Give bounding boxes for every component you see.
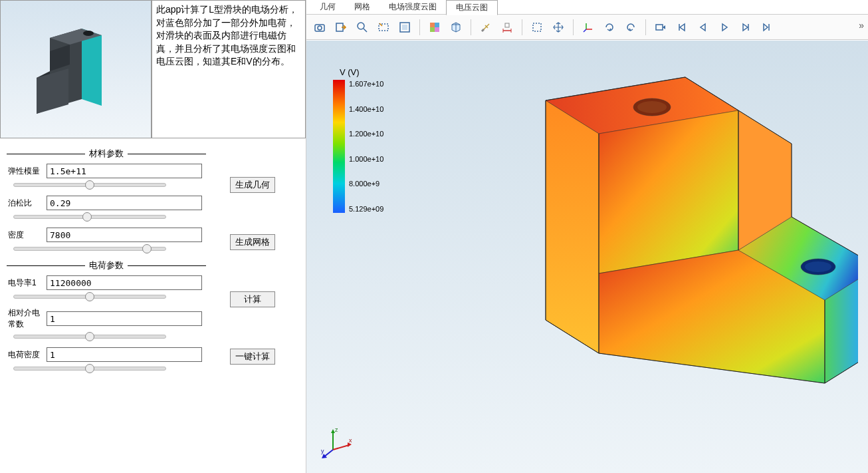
colorbar-label: 5.129e+09 <box>349 205 383 213</box>
poisson-ratio-slider[interactable] <box>13 215 166 219</box>
colorbar-label: 1.400e+10 <box>349 105 383 113</box>
svg-rect-18 <box>435 27 439 32</box>
material-section-title: 材料参数 <box>7 148 206 160</box>
zoom-extents-icon[interactable] <box>395 18 414 37</box>
model-render <box>406 47 858 460</box>
description-text: 此app计算了L型滑块的电场分析，对蓝色部分加了一部分外加电荷，对滑块的表面及内… <box>152 0 306 138</box>
conductivity1-input[interactable] <box>47 275 202 290</box>
svg-rect-16 <box>435 23 439 27</box>
density-input[interactable] <box>47 228 202 242</box>
svg-rect-23 <box>533 23 541 31</box>
svg-text:y: y <box>321 448 324 454</box>
elastic-modulus-label: 弹性模量 <box>7 166 47 177</box>
svg-point-63 <box>637 101 667 113</box>
svg-rect-17 <box>430 27 435 32</box>
charge-section-title: 电荷参数 <box>7 259 206 271</box>
pan-icon[interactable] <box>549 18 568 37</box>
svg-point-6 <box>83 31 94 36</box>
tab-efield-cloud[interactable]: 电场强度云图 <box>380 0 446 14</box>
clear-icon[interactable] <box>477 18 495 37</box>
density-slider[interactable] <box>13 247 166 251</box>
compute-button[interactable]: 计算 <box>230 291 275 307</box>
screenshot-icon[interactable] <box>310 18 329 37</box>
axis-triad-icon: z x y <box>320 426 353 460</box>
tab-voltage-cloud[interactable]: 电压云图 <box>446 0 498 15</box>
rel-permittivity-input[interactable] <box>47 311 202 326</box>
conductivity1-slider[interactable] <box>13 295 166 299</box>
play-icon[interactable] <box>715 18 734 37</box>
svg-rect-14 <box>402 25 407 30</box>
first-frame-icon[interactable] <box>673 18 691 37</box>
charge-density-label: 电荷密度 <box>7 349 47 361</box>
tab-mesh[interactable]: 网格 <box>345 0 380 14</box>
preview-thumbnail <box>0 0 152 138</box>
axis-view-icon[interactable] <box>579 18 597 37</box>
svg-line-11 <box>364 29 367 32</box>
record-icon[interactable] <box>651 18 670 37</box>
generate-mesh-button[interactable]: 生成网格 <box>230 234 275 250</box>
svg-marker-5 <box>37 69 68 114</box>
svg-rect-27 <box>656 25 663 30</box>
colorbar-gradient <box>333 80 345 213</box>
prev-frame-icon[interactable] <box>694 18 712 37</box>
rotate-ccw-icon[interactable] <box>621 18 640 37</box>
selection-box-icon[interactable] <box>528 18 546 37</box>
svg-rect-15 <box>430 23 435 27</box>
svg-marker-50 <box>599 110 738 273</box>
svg-point-10 <box>358 23 364 29</box>
zoom-icon[interactable] <box>353 18 372 37</box>
svg-line-72 <box>333 445 349 450</box>
svg-rect-12 <box>379 24 388 31</box>
rel-permittivity-slider[interactable] <box>13 335 166 339</box>
svg-rect-22 <box>505 23 509 27</box>
conductivity1-label: 电导率1 <box>7 277 47 289</box>
toolbar-overflow-icon[interactable]: » <box>859 20 864 31</box>
poisson-ratio-input[interactable] <box>47 196 202 210</box>
svg-text:z: z <box>335 426 338 433</box>
last-frame-icon[interactable] <box>758 18 776 37</box>
colorbar-label: 1.200e+10 <box>349 130 383 138</box>
elastic-modulus-slider[interactable] <box>13 183 166 187</box>
next-frame-icon[interactable] <box>736 18 755 37</box>
3d-viewport[interactable]: V (V) 1.607e+10 1.400e+10 1.200e+10 1.00… <box>306 40 868 473</box>
svg-marker-49 <box>546 100 599 353</box>
colorbar-title: V (V) <box>340 67 383 77</box>
colorbar-label: 1.000e+10 <box>349 155 383 163</box>
viewport-toolbar <box>306 15 868 40</box>
generate-geometry-button[interactable]: 生成几何 <box>230 177 275 193</box>
charge-density-slider[interactable] <box>13 367 166 371</box>
export-icon[interactable] <box>332 18 350 37</box>
rotate-cw-icon[interactable] <box>600 18 619 37</box>
density-label: 密度 <box>7 230 47 241</box>
charge-density-input[interactable] <box>47 347 202 362</box>
zoom-box-icon[interactable] <box>374 18 393 37</box>
colorbar-label: 8.000e+9 <box>349 180 383 188</box>
tabs-bar: 几何 网格 电场强度云图 电压云图 <box>306 0 868 15</box>
svg-line-26 <box>584 29 586 32</box>
rel-permittivity-label: 相对介电常数 <box>7 307 47 330</box>
colorbar-label: 1.607e+10 <box>349 80 383 88</box>
poisson-ratio-label: 泊松比 <box>7 198 47 209</box>
elastic-modulus-input[interactable] <box>47 164 202 178</box>
svg-point-65 <box>805 261 831 272</box>
colorbar: V (V) 1.607e+10 1.400e+10 1.200e+10 1.00… <box>333 67 383 213</box>
view-cube-icon[interactable] <box>447 18 465 37</box>
one-click-compute-button[interactable]: 一键计算 <box>230 349 275 365</box>
svg-text:x: x <box>349 437 352 444</box>
svg-point-8 <box>318 26 322 30</box>
tab-geometry[interactable]: 几何 <box>310 0 345 14</box>
measure-icon[interactable] <box>498 18 516 37</box>
select-mode-icon[interactable] <box>425 18 444 37</box>
